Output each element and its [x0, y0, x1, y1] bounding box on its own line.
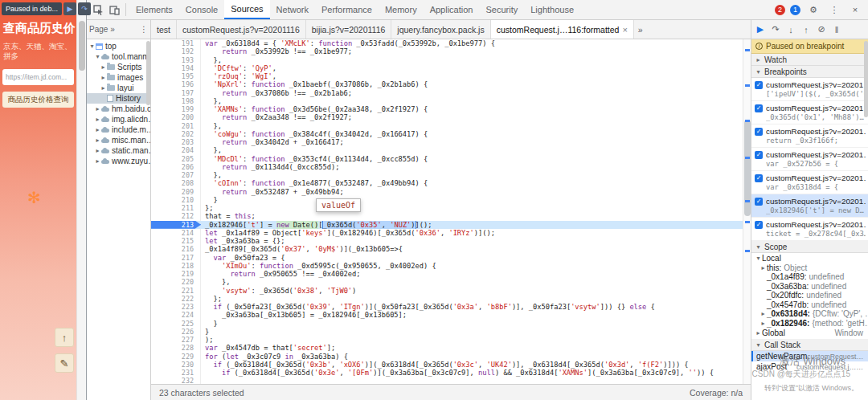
inspect-icon[interactable]	[90, 2, 106, 18]
step-over-button[interactable]: ↷	[768, 22, 783, 37]
code-text[interactable]: }	[201, 196, 218, 204]
tree-item-tool-manm[interactable]: ▾tool.manm…	[87, 51, 150, 62]
code-text[interactable]: return _0x1134d4(_0xcc855d);	[201, 163, 339, 171]
code-text[interactable]: let _0x3a63ba = {};	[201, 237, 285, 245]
line-number[interactable]: 210	[151, 196, 201, 204]
tree-item-history[interactable]: History	[87, 93, 150, 104]
code-text[interactable]: },	[201, 146, 222, 154]
line-number[interactable]: 229	[151, 353, 201, 361]
code-text[interactable]: },	[201, 278, 230, 286]
code-text[interactable]: return _0x53992b !== _0x1be977;	[201, 47, 352, 55]
code-text[interactable]: },	[201, 97, 222, 105]
line-number[interactable]: 217	[151, 254, 201, 262]
tree-expander-icon[interactable]: ▸	[94, 157, 101, 165]
code-text[interactable]: var _0x50fa23 = {	[201, 254, 285, 262]
code-text[interactable]: 'vsytw': _0x365d('0x38', 'TjW0')	[201, 287, 356, 295]
line-number[interactable]: 221	[151, 287, 201, 295]
step-into-button[interactable]: ↓	[784, 22, 798, 37]
line-number[interactable]: 191	[151, 39, 201, 47]
variable-expander-icon[interactable]: ▸	[760, 310, 767, 317]
line-number[interactable]: 198	[151, 97, 201, 105]
tree-item-hm-baidu-c[interactable]: ▸hm.baidu.c…	[87, 104, 150, 114]
scope-expander-icon[interactable]: ▾	[755, 243, 762, 251]
breakpoint-checkbox[interactable]: ✓	[755, 128, 763, 136]
tree-expander-icon[interactable]: ▸	[100, 63, 107, 71]
local-expander-icon[interactable]: ▾	[755, 255, 762, 262]
line-number[interactable]: 220	[151, 278, 201, 286]
scope-variable-0x182946[interactable]: ▸_0x182946:{method: 'getH…	[751, 319, 868, 329]
breakpoints-expander-icon[interactable]: ▾	[755, 68, 762, 76]
tree-expander-icon[interactable]: ▸	[94, 147, 101, 154]
breakpoint-checkbox[interactable]: ✓	[755, 81, 763, 89]
deactivate-breakpoints-button[interactable]: ⊘	[814, 22, 829, 37]
global-expander-icon[interactable]: ▸	[755, 329, 762, 337]
line-number[interactable]: 201	[151, 122, 201, 130]
tree-item-www-zuyu[interactable]: ▸www.zuyu…	[87, 156, 150, 166]
code-text[interactable]: );	[201, 336, 213, 344]
code-text[interactable]: 'DCftw': 'QyP',	[201, 64, 276, 72]
devtools-tab-application[interactable]: Application	[424, 0, 480, 19]
breakpoint-checkbox[interactable]: ✓	[755, 198, 763, 206]
code-text[interactable]: 'NpXrl': function _0x1baebf(_0x37086b, _…	[201, 80, 428, 88]
devtools-tab-elements[interactable]: Elements	[129, 0, 179, 19]
page-scrollbar-thumb[interactable]	[79, 21, 85, 71]
resume-button[interactable]: ▶	[753, 22, 768, 37]
navigator-scrollbar-thumb[interactable]	[146, 41, 150, 105]
breakpoint-item-4[interactable]: ✓customRequest.js?v=20201…var _0x527b56 …	[751, 148, 868, 171]
editor-tab-bijia-js-v-20201116[interactable]: bijia.js?v=20201116	[306, 20, 392, 39]
line-number[interactable]: 223	[151, 303, 201, 311]
scope-variable-0x4547db[interactable]: _0x4547db:undefined	[751, 300, 868, 310]
line-number[interactable]: 218	[151, 262, 201, 270]
line-number[interactable]: 222	[151, 295, 201, 303]
editor-scrollbar[interactable]	[743, 39, 751, 384]
code-text[interactable]: },	[201, 171, 222, 179]
code-text[interactable]: };	[201, 204, 213, 212]
error-count-badge[interactable]: 2	[775, 5, 785, 15]
code-text[interactable]: return _0x950655 !== _0x4002ed;	[201, 270, 361, 278]
line-number[interactable]: 206	[151, 163, 201, 171]
code-text[interactable]: var _0x6318d4 = { 'XMcLK': function _0x5…	[201, 39, 495, 47]
line-number[interactable]: 202	[151, 130, 201, 138]
code-text[interactable]: if (_0x6318d4[_0x365d('0x3e', '[0Fm')](_…	[201, 369, 714, 377]
code-text[interactable]: if (_0x6318d4[_0x365d('0x3b', 'xOX6')](_…	[201, 361, 689, 369]
breakpoint-item-3[interactable]: ✓customRequest.js?v=20201…return _0x3f16…	[751, 124, 868, 148]
call-stack-frame-ajaxpost[interactable]: ajaxPostcustomRequest.j…:formatted:15	[751, 361, 868, 372]
tree-item-include-m[interactable]: ▸include.m…	[87, 124, 150, 135]
code-text[interactable]: _0x3a63ba[_0x13b605] = _0x182946[_0x13b6…	[201, 311, 407, 319]
scope-global-row[interactable]: ▸ Global Window	[751, 328, 868, 338]
tree-expander-icon[interactable]: ▸	[100, 84, 107, 92]
settings-icon[interactable]: ⚙	[805, 2, 821, 18]
back-to-top-button[interactable]: ↑	[55, 328, 74, 347]
code-text[interactable]: },	[201, 122, 222, 130]
code-text[interactable]: 'XAMNs': function _0x3d56be(_0x2aa348, _…	[201, 105, 428, 113]
code-text[interactable]: 'rzOuq': 'WgI',	[201, 72, 276, 80]
line-number[interactable]: 216	[151, 245, 201, 253]
line-number[interactable]: 212	[151, 212, 201, 220]
code-text[interactable]	[201, 377, 205, 384]
devtools-tab-performance[interactable]: Performance	[315, 0, 379, 19]
code-text[interactable]: _0x1a4f89[_0x365d('0x37', '0yM$')](_0x13…	[201, 245, 403, 253]
line-number[interactable]: 226	[151, 328, 201, 336]
devtools-tab-network[interactable]: Network	[270, 0, 315, 19]
line-number[interactable]: 231	[151, 369, 201, 377]
price-history-search-button[interactable]: 商品历史价格查询	[2, 92, 74, 108]
code-text[interactable]: return _0x34042d + _0x166417;	[201, 138, 344, 146]
line-number[interactable]: 194	[151, 64, 201, 72]
line-number[interactable]: 200	[151, 113, 201, 121]
call-stack-frame-getnewparam[interactable]: getNewParamcustomRequest.j…:formatted:21…	[751, 351, 868, 361]
line-number[interactable]: 195	[151, 72, 201, 80]
overlay-step-button[interactable]: ↷	[78, 2, 91, 15]
code-text[interactable]: var _0x4547db = that['secret'];	[201, 344, 335, 352]
device-toolbar-icon[interactable]	[106, 2, 122, 18]
line-number[interactable]: 227	[151, 336, 201, 344]
tree-item-top[interactable]: ▾top	[87, 41, 150, 51]
code-text[interactable]: 'XImOu': function _0xd5995c(_0x950655, _…	[201, 262, 436, 270]
line-number[interactable]: 192	[151, 47, 201, 55]
scope-variable-this[interactable]: ▸this:Object	[751, 263, 868, 273]
tree-item-layui[interactable]: ▸layui	[87, 83, 150, 93]
tree-item-scripts[interactable]: ▸Scripts	[87, 62, 150, 72]
nav-more-icon[interactable]: ⋮	[140, 25, 148, 34]
tree-expander-icon[interactable]: ▾	[94, 53, 101, 60]
editor-tab-customrequest-js-v-20201116[interactable]: customRequest.js?v=20201116	[177, 20, 306, 39]
devtools-tab-memory[interactable]: Memory	[379, 0, 424, 19]
